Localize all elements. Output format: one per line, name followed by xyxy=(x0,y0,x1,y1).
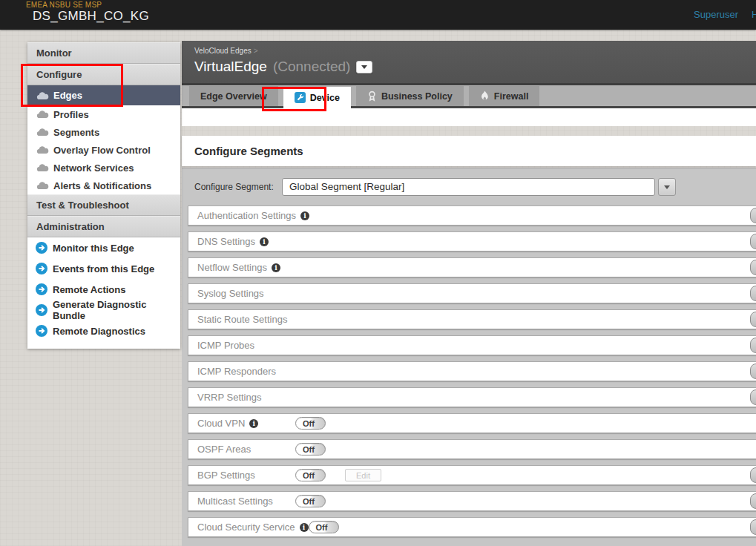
content-spacer xyxy=(182,108,756,126)
settings-row-multicast-settings[interactable]: Multicast SettingsOff xyxy=(188,491,756,511)
settings-row-syslog-settings[interactable]: Syslog Settings xyxy=(188,283,756,303)
settings-row-netflow-settings[interactable]: Netflow Settingsi xyxy=(188,257,756,277)
sidebar-section-administration[interactable]: Administration xyxy=(27,216,180,237)
row-right-button-partial[interactable] xyxy=(750,389,756,405)
sidebar-item-overlay-flow-control[interactable]: Overlay Flow Control xyxy=(27,141,180,159)
settings-row-label-group: ICMP Responders xyxy=(197,366,295,377)
help-link[interactable]: H xyxy=(752,9,756,20)
settings-row-icmp-responders[interactable]: ICMP Responders xyxy=(188,361,756,381)
info-icon[interactable]: i xyxy=(260,237,269,246)
settings-row-ospf-areas[interactable]: OSPF AreasOff xyxy=(188,439,756,459)
sidebar-item-remote-diagnostics[interactable]: Remote Diagnostics xyxy=(27,320,180,341)
segments-settings-panel: Configure Segment: Global Segment [Regul… xyxy=(182,168,756,546)
settings-row-label-group: Cloud Security Servicei xyxy=(197,522,309,533)
sidebar-item-segments[interactable]: Segments xyxy=(27,123,180,141)
sidebar-item-events-from-this-edge[interactable]: Events from this Edge xyxy=(27,258,180,279)
row-right-button-partial[interactable] xyxy=(750,364,756,379)
arrow-circle-icon xyxy=(36,304,47,316)
toggle-multicast-settings[interactable]: Off xyxy=(295,495,326,507)
settings-row-vrrp-settings[interactable]: VRRP Settings xyxy=(188,387,756,407)
edge-title-bar: VeloCloud Edges> VirtualEdge (Connected) xyxy=(182,41,756,85)
sidebar-item-remote-actions[interactable]: Remote Actions xyxy=(27,279,180,300)
breadcrumb-link[interactable]: VeloCloud Edges xyxy=(194,47,252,55)
row-right-button-partial[interactable] xyxy=(750,493,756,509)
top-header-bar: EMEA NSBU SE MSP DS_GMBH_CO_KG Superuser… xyxy=(0,0,756,30)
settings-row-icmp-probes[interactable]: ICMP Probes xyxy=(188,335,756,355)
tab-device[interactable]: Device xyxy=(283,87,351,108)
info-icon[interactable]: i xyxy=(249,419,258,428)
row-right-button-partial[interactable] xyxy=(750,286,756,301)
settings-row-label-group: Multicast Settings xyxy=(197,496,295,507)
settings-row-dns-settings[interactable]: DNS Settingsi xyxy=(188,231,756,251)
settings-row-label-group: Static Route Settings xyxy=(197,314,295,325)
tab-bar: Edge OverviewDeviceBusiness PolicyFirewa… xyxy=(182,85,756,108)
settings-row-authentication-settings[interactable]: Authentication Settingsi xyxy=(188,205,756,226)
settings-rows: Authentication SettingsiDNS SettingsiNet… xyxy=(188,205,756,543)
toggle-cloud-security-service[interactable]: Off xyxy=(309,521,339,533)
cloud-icon xyxy=(36,163,49,172)
settings-row-label: BGP Settings xyxy=(197,470,255,481)
status-badge: (Connected) xyxy=(273,59,351,75)
sidebar-section-monitor[interactable]: Monitor xyxy=(27,42,180,64)
settings-row-label: Authentication Settings xyxy=(197,210,296,221)
edge-status-dropdown-button[interactable] xyxy=(356,61,372,73)
partner-name: EMEA NSBU SE MSP xyxy=(26,1,102,9)
arrow-circle-icon xyxy=(36,283,47,295)
sidebar-section-test-troubleshoot[interactable]: Test & Troubleshoot xyxy=(27,194,180,216)
toggle-ospf-areas[interactable]: Off xyxy=(295,443,326,455)
cloud-icon xyxy=(36,91,49,100)
row-right-button-partial[interactable] xyxy=(750,260,756,275)
customer-name: DS_GMBH_CO_KG xyxy=(33,9,149,24)
settings-row-label: Static Route Settings xyxy=(197,314,287,325)
flame-icon xyxy=(480,91,490,102)
chevron-down-icon xyxy=(361,65,367,69)
toggle-bgp-settings[interactable]: Off xyxy=(295,469,326,481)
row-right-button-partial[interactable] xyxy=(750,312,756,327)
info-icon[interactable]: i xyxy=(272,263,280,272)
page-title: VirtualEdge xyxy=(194,59,267,75)
sidebar-item-monitor-this-edge[interactable]: Monitor this Edge xyxy=(27,237,180,258)
settings-row-label-group: Cloud VPNi xyxy=(197,418,295,429)
segment-select-arrow-button[interactable] xyxy=(658,178,676,196)
settings-row-label-group: ICMP Probes xyxy=(197,340,295,351)
info-icon[interactable]: i xyxy=(300,523,309,532)
settings-row-label: Multicast Settings xyxy=(197,496,273,507)
section-title: Configure Segments xyxy=(182,145,303,157)
arrow-circle-icon xyxy=(36,242,47,254)
row-right-button-partial[interactable] xyxy=(750,234,756,249)
settings-row-label: ICMP Probes xyxy=(197,340,254,351)
sidebar-item-label: Edges xyxy=(53,90,82,101)
tab-firewall[interactable]: Firewall xyxy=(469,86,540,106)
row-right-button-partial[interactable] xyxy=(750,519,756,535)
row-right-button-partial[interactable] xyxy=(750,208,756,223)
settings-row-cloud-security-service[interactable]: Cloud Security ServiceiOff xyxy=(188,517,756,537)
breadcrumb[interactable]: VeloCloud Edges> xyxy=(194,47,258,55)
breadcrumb-separator: > xyxy=(254,47,258,55)
tab-edge-overview[interactable]: Edge Overview xyxy=(189,86,278,106)
user-menu[interactable]: Superuser xyxy=(694,9,738,20)
tab-label: Firewall xyxy=(494,91,529,102)
tab-business-policy[interactable]: Business Policy xyxy=(356,86,464,106)
wrench-icon xyxy=(295,92,306,103)
settings-row-bgp-settings[interactable]: BGP SettingsOffEdit xyxy=(188,465,756,485)
segment-select[interactable]: Global Segment [Regular] xyxy=(282,178,655,196)
sidebar-item-edges[interactable]: Edges xyxy=(27,85,180,105)
sidebar-item-label: Overlay Flow Control xyxy=(53,145,151,156)
settings-row-label-group: OSPF Areas xyxy=(197,444,295,455)
sidebar-item-label: Alerts & Notifications xyxy=(53,180,151,191)
edit-button[interactable]: Edit xyxy=(345,469,381,481)
settings-row-label: Netflow Settings xyxy=(197,262,267,273)
sidebar-section-configure[interactable]: Configure xyxy=(27,64,180,85)
row-right-button-partial[interactable] xyxy=(750,338,756,353)
settings-row-label: VRRP Settings xyxy=(197,392,261,403)
sidebar-item-alerts-notifications[interactable]: Alerts & Notifications xyxy=(27,177,180,194)
sidebar-item-generate-diagnostic-bundle[interactable]: Generate Diagnostic Bundle xyxy=(27,300,180,320)
settings-row-cloud-vpn[interactable]: Cloud VPNiOff xyxy=(188,413,756,433)
sidebar-item-network-services[interactable]: Network Services xyxy=(27,159,180,177)
info-icon[interactable]: i xyxy=(300,211,309,220)
settings-row-label-group: DNS Settingsi xyxy=(197,236,295,247)
settings-row-static-route-settings[interactable]: Static Route Settings xyxy=(188,309,756,329)
sidebar-item-profiles[interactable]: Profiles xyxy=(27,105,180,123)
toggle-cloud-vpn[interactable]: Off xyxy=(295,417,326,430)
row-right-button-partial[interactable] xyxy=(750,467,756,483)
